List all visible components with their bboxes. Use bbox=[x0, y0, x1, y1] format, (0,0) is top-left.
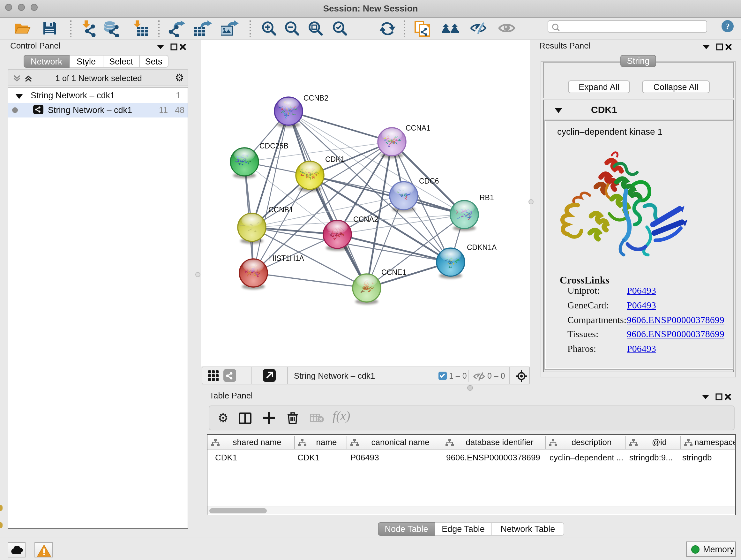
svg-text:?: ? bbox=[725, 21, 730, 31]
svg-text:CCNE1: CCNE1 bbox=[381, 268, 406, 276]
svg-text:RB1: RB1 bbox=[479, 193, 494, 201]
svg-text:CDC25B: CDC25B bbox=[259, 141, 288, 150]
svg-text:CCNB2: CCNB2 bbox=[303, 94, 328, 102]
svg-text:CDKN1A: CDKN1A bbox=[467, 243, 496, 251]
svg-text:CCNA2: CCNA2 bbox=[353, 215, 378, 223]
svg-text:CCNA1: CCNA1 bbox=[405, 124, 430, 132]
svg-text:CCNB1: CCNB1 bbox=[268, 205, 293, 213]
svg-text:CDK1: CDK1 bbox=[325, 155, 344, 163]
svg-text:HIST1H1A: HIST1H1A bbox=[269, 254, 304, 262]
svg-text:CDC6: CDC6 bbox=[419, 177, 439, 185]
